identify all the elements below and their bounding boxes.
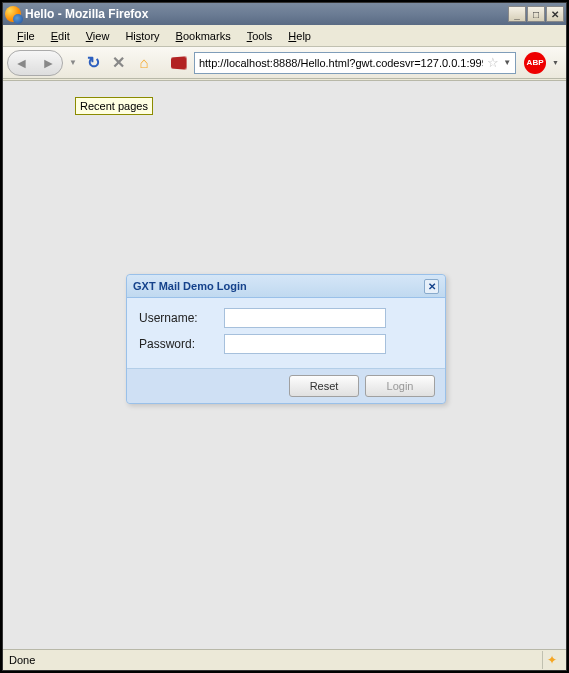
- reload-button[interactable]: ↻: [83, 52, 105, 74]
- firebug-icon[interactable]: ✦: [542, 651, 560, 669]
- toolbar: ◄ ► ▼ ↻ ✕ ⌂ ☆ ▼ ABP ▼: [3, 47, 566, 79]
- maximize-button[interactable]: □: [527, 6, 545, 22]
- window-close-button[interactable]: ✕: [546, 6, 564, 22]
- minimize-button[interactable]: _: [508, 6, 526, 22]
- login-button[interactable]: Login: [365, 375, 435, 397]
- site-icon: [167, 52, 189, 74]
- statusbar: Done ✦: [3, 649, 566, 670]
- address-bar: ☆ ▼: [194, 52, 516, 74]
- stop-button[interactable]: ✕: [108, 52, 130, 74]
- username-input[interactable]: [224, 308, 386, 328]
- menu-file[interactable]: File: [9, 28, 43, 44]
- recent-pages-tooltip: Recent pages: [75, 97, 153, 115]
- dialog-header[interactable]: GXT Mail Demo Login ✕: [127, 275, 445, 298]
- adblock-icon[interactable]: ABP: [524, 52, 546, 74]
- forward-button[interactable]: ►: [38, 55, 60, 71]
- titlebar: Hello - Mozilla Firefox _ □ ✕: [3, 3, 566, 25]
- content-area: Recent pages GXT Mail Demo Login ✕ Usern…: [3, 80, 566, 649]
- browser-window: Hello - Mozilla Firefox _ □ ✕ File Edit …: [2, 2, 567, 671]
- address-dropdown-icon[interactable]: ▼: [501, 58, 513, 67]
- history-dropdown-icon[interactable]: ▼: [69, 58, 77, 67]
- reset-button[interactable]: Reset: [289, 375, 359, 397]
- menu-tools[interactable]: Tools: [239, 28, 281, 44]
- menu-bookmarks[interactable]: Bookmarks: [168, 28, 239, 44]
- home-button[interactable]: ⌂: [133, 52, 155, 74]
- url-input[interactable]: [197, 54, 485, 72]
- firefox-icon: [5, 6, 21, 22]
- nav-pill: ◄ ►: [7, 50, 63, 76]
- status-text: Done: [9, 654, 542, 666]
- menu-help[interactable]: Help: [280, 28, 319, 44]
- username-label: Username:: [139, 311, 224, 325]
- window-title: Hello - Mozilla Firefox: [25, 7, 507, 21]
- menu-history[interactable]: History: [117, 28, 167, 44]
- menu-edit[interactable]: Edit: [43, 28, 78, 44]
- login-dialog: GXT Mail Demo Login ✕ Username: Password…: [126, 274, 446, 404]
- dialog-footer: Reset Login: [127, 369, 445, 403]
- username-row: Username:: [139, 308, 433, 328]
- menubar: File Edit View History Bookmarks Tools H…: [3, 25, 566, 47]
- menu-view[interactable]: View: [78, 28, 118, 44]
- bookmark-star-icon[interactable]: ☆: [485, 55, 501, 70]
- password-label: Password:: [139, 337, 224, 351]
- password-input[interactable]: [224, 334, 386, 354]
- dialog-body: Username: Password:: [127, 298, 445, 369]
- adblock-dropdown-icon[interactable]: ▼: [552, 59, 559, 66]
- dialog-close-button[interactable]: ✕: [424, 279, 439, 294]
- dialog-title: GXT Mail Demo Login: [133, 280, 424, 292]
- back-button[interactable]: ◄: [11, 55, 33, 71]
- password-row: Password:: [139, 334, 433, 354]
